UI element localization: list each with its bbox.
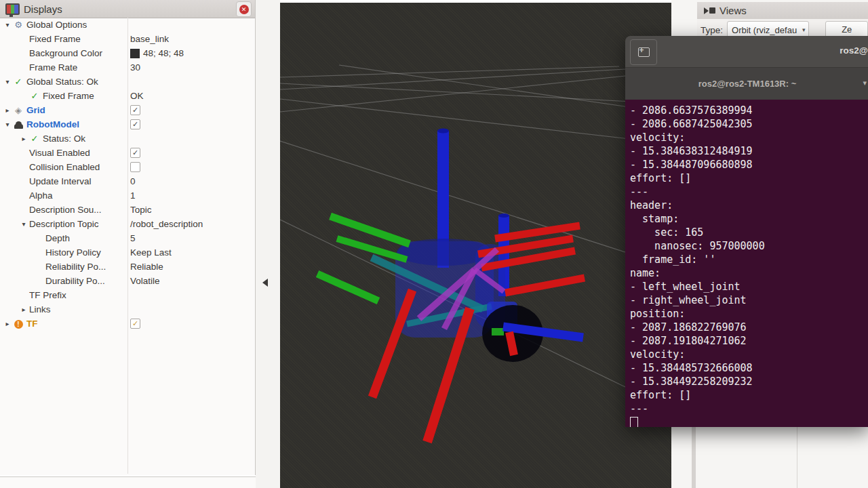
displays-panel-header[interactable]: Displays ✕ [0, 0, 255, 18]
terminal-line: frame_id: '' [630, 253, 868, 266]
property-label: Description Topic [29, 219, 99, 229]
terminal-line: - right_wheel_joint [630, 293, 868, 307]
gear-icon: ⚙ [12, 20, 25, 30]
property-value[interactable]: Volatile [130, 274, 160, 288]
wheel-x-axis [509, 332, 514, 355]
terminal-line: effort: [] [630, 171, 868, 185]
displays-icon [5, 3, 20, 15]
terminal-output[interactable]: - 2086.6637576389994- 2086.6687425042305… [625, 100, 868, 427]
dock-splitter[interactable] [256, 0, 280, 488]
property-value[interactable]: base_link [130, 32, 169, 46]
check-icon: ✓ [28, 91, 41, 101]
property-label: History Policy [45, 247, 101, 258]
rviz-window: Displays ✕ ▾⚙Global OptionsFixed Frameba… [0, 0, 868, 488]
property-label: Description Sou... [29, 205, 102, 215]
property-label: TF Prefix [29, 290, 66, 300]
expander-arrow-icon[interactable]: ▾ [3, 78, 12, 85]
terminal-line: --- [630, 402, 868, 415]
warning-icon: ! [12, 319, 25, 329]
expander-arrow-icon[interactable]: ▸ [3, 320, 12, 327]
check-icon: ✓ [12, 77, 25, 87]
terminal-line: - 2087.191804271062 [630, 334, 868, 348]
property-label: Status: Ok [43, 134, 85, 144]
terminal-window[interactable]: ros2@ ros2@ros2-TM1613R: ~ ▾ - 2086.6637… [625, 36, 868, 427]
terminal-line: sec: 165 [630, 226, 868, 239]
terminal-cursor [630, 417, 638, 427]
expander-arrow-icon[interactable]: ▾ [3, 121, 12, 128]
expander-arrow-icon[interactable]: ▾ [3, 21, 12, 28]
property-label: Background Color [29, 48, 102, 58]
enabled-checkbox[interactable]: ✓ [130, 148, 140, 158]
viewport-3d[interactable] [280, 3, 671, 488]
property-label: Visual Enabled [29, 148, 90, 158]
color-swatch [130, 49, 140, 58]
property-value[interactable]: Reliable [130, 260, 163, 274]
property-label: Fixed Frame [43, 91, 94, 101]
terminal-line: effort: [] [630, 388, 868, 402]
terminal-line: velocity: [630, 348, 868, 361]
views-icon [704, 7, 715, 14]
terminal-titlebar[interactable]: ros2@ [625, 36, 868, 67]
robot-model [317, 129, 585, 443]
bottom-panel-edge [0, 476, 280, 488]
terminal-tabbar: ros2@ros2-TM1613R: ~ ▾ [625, 67, 868, 100]
view-type-value: Orbit (rviz_defau [732, 25, 799, 35]
expander-arrow-icon[interactable]: ▸ [3, 106, 12, 114]
new-tab-icon [638, 47, 650, 57]
color-value[interactable]: 48; 48; 48 [130, 46, 184, 60]
terminal-line: - 15.384487096680898 [630, 158, 868, 171]
color-text: 48; 48; 48 [143, 48, 184, 58]
collapse-panel-icon[interactable] [262, 279, 268, 287]
enabled-checkbox[interactable] [130, 162, 140, 172]
property-value[interactable]: OK [130, 89, 144, 103]
views-panel-title: Views [719, 5, 747, 16]
property-value[interactable]: 0 [130, 174, 136, 188]
expander-arrow-icon[interactable]: ▾ [20, 220, 28, 228]
expander-arrow-icon[interactable]: ▸ [20, 306, 28, 313]
property-column-divider[interactable] [127, 18, 128, 474]
robot-icon [12, 119, 25, 129]
property-label: Collision Enabled [29, 162, 100, 172]
property-label: Fixed Frame [29, 34, 81, 44]
property-label: Depth [45, 233, 70, 243]
displays-close-button[interactable]: ✕ [236, 1, 252, 17]
property-label: Durability Po... [45, 276, 105, 286]
terminal-line: - left_wheel_joint [630, 280, 868, 293]
new-tab-button[interactable] [630, 39, 657, 65]
property-value[interactable]: 30 [130, 60, 140, 75]
property-value[interactable]: 5 [130, 231, 136, 245]
enabled-checkbox[interactable]: ✓ [130, 319, 140, 329]
terminal-line: nanosec: 957000000 [630, 239, 868, 253]
expander-arrow-icon[interactable]: ▸ [20, 135, 28, 142]
property-label: Grid [26, 105, 45, 115]
terminal-line: velocity: [630, 131, 868, 144]
property-value[interactable]: Topic [130, 203, 152, 217]
terminal-tab[interactable]: ros2@ros2-TM1613R: ~ [698, 79, 797, 89]
terminal-line: stamp: [630, 212, 868, 226]
displays-panel: Displays ✕ ▾⚙Global OptionsFixed Frameba… [0, 0, 256, 475]
terminal-line: position: [630, 307, 868, 321]
grid-icon: ◈ [12, 105, 25, 115]
terminal-line: - 15.384485732666008 [630, 361, 868, 375]
tab-list-chevron-icon[interactable]: ▾ [863, 79, 867, 87]
property-label: Frame Rate [29, 62, 77, 73]
terminal-line: header: [630, 199, 868, 212]
terminal-line: --- [630, 185, 868, 199]
property-label: Global Options [26, 20, 87, 30]
views-panel-header[interactable]: Views [697, 2, 868, 20]
property-value[interactable]: /robot_description [130, 217, 203, 231]
chevron-down-icon: ▾ [802, 26, 806, 33]
property-label: Update Interval [29, 176, 92, 186]
check-icon: ✓ [28, 134, 41, 144]
terminal-line: - 2086.6637576389994 [630, 104, 868, 117]
enabled-checkbox[interactable]: ✓ [130, 119, 140, 129]
terminal-title: ros2@ [840, 45, 868, 56]
property-value[interactable]: 1 [130, 188, 136, 203]
terminal-line: - 15.384638312484919 [630, 144, 868, 158]
property-label: Alpha [29, 190, 53, 201]
property-value[interactable]: Keep Last [130, 245, 172, 260]
enabled-checkbox[interactable]: ✓ [130, 105, 140, 115]
views-splitter[interactable] [692, 427, 696, 488]
property-label: Reliability Po... [45, 262, 106, 272]
property-label: Global Status: Ok [26, 77, 98, 87]
